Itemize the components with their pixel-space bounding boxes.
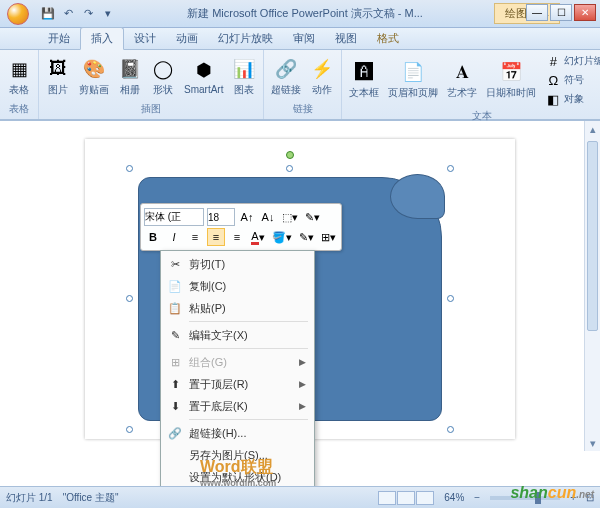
redo-icon[interactable]: ↷ — [80, 6, 96, 22]
grow-font-icon[interactable]: A↑ — [238, 208, 256, 226]
fill-color-icon[interactable]: 🪣▾ — [270, 228, 294, 246]
ribbon: ▦表格 表格 🖼图片 🎨剪贴画 📓相册 ◯形状 ⬢SmartArt 📊图表 插图… — [0, 50, 600, 120]
zoom-out-icon[interactable]: − — [474, 492, 480, 503]
chart-icon: 📊 — [232, 57, 256, 81]
cut-icon: ✂ — [167, 258, 183, 271]
tab-design[interactable]: 设计 — [124, 28, 166, 49]
menu-send-back[interactable]: ⬇置于底层(K)▶ — [163, 395, 312, 417]
resize-handle-e[interactable] — [447, 295, 454, 302]
menu-separator — [189, 419, 308, 420]
resize-handle-sw[interactable] — [126, 426, 133, 433]
slidenumber-button[interactable]: #幻灯片编号 — [542, 52, 600, 70]
shapes-icon: ◯ — [151, 57, 175, 81]
view-buttons — [378, 491, 434, 505]
font-family-select[interactable] — [144, 208, 204, 226]
scroll-down-icon[interactable]: ▾ — [585, 435, 600, 451]
picture-button[interactable]: 🖼图片 — [43, 55, 73, 99]
align-left-icon[interactable]: ≡ — [186, 228, 204, 246]
italic-icon[interactable]: I — [165, 228, 183, 246]
minimize-button[interactable]: — — [526, 4, 548, 21]
tab-format[interactable]: 格式 — [367, 28, 409, 49]
tab-review[interactable]: 审阅 — [283, 28, 325, 49]
font-size-select[interactable] — [207, 208, 235, 226]
rotate-handle[interactable] — [286, 151, 294, 159]
menu-group: ⊞组合(G)▶ — [163, 351, 312, 373]
tab-home[interactable]: 开始 — [38, 28, 80, 49]
scrollbar-thumb[interactable] — [587, 141, 598, 331]
submenu-arrow-icon: ▶ — [299, 379, 306, 389]
style-dropdown-icon[interactable]: ⬚▾ — [280, 208, 300, 226]
hyperlink-button[interactable]: 🔗超链接 — [268, 55, 304, 99]
font-color-icon[interactable]: A▾ — [249, 228, 267, 246]
resize-handle-se[interactable] — [447, 426, 454, 433]
tab-slideshow[interactable]: 幻灯片放映 — [208, 28, 283, 49]
datetime-icon: 📅 — [499, 60, 523, 84]
scroll-up-icon[interactable]: ▴ — [585, 121, 600, 137]
menu-cut[interactable]: ✂剪切(T) — [163, 253, 312, 275]
clipart-button[interactable]: 🎨剪贴画 — [76, 55, 112, 99]
group-tables: ▦表格 表格 — [0, 50, 39, 119]
wordart-icon: 𝐀 — [450, 60, 474, 84]
hyperlink-icon: 🔗 — [274, 57, 298, 81]
vertical-scrollbar[interactable]: ▴ ▾ — [584, 121, 600, 451]
edit-shape-dropdown-icon[interactable]: ✎▾ — [303, 208, 322, 226]
textbox-button[interactable]: 🅰文本框 — [346, 58, 382, 102]
resize-handle-n[interactable] — [286, 165, 293, 172]
headerfooter-button[interactable]: 📄页眉和页脚 — [385, 58, 441, 102]
resize-handle-ne[interactable] — [447, 165, 454, 172]
group-icon: ⊞ — [167, 356, 183, 369]
theme-indicator: "Office 主题" — [63, 491, 119, 505]
table-button[interactable]: ▦表格 — [4, 55, 34, 99]
arrange-icon[interactable]: ⊞▾ — [319, 228, 338, 246]
wordart-button[interactable]: 𝐀艺术字 — [444, 58, 480, 102]
title-bar: 💾 ↶ ↷ ▾ 新建 Microsoft Office PowerPoint 演… — [0, 0, 600, 28]
slideshow-view-button[interactable] — [416, 491, 434, 505]
submenu-arrow-icon: ▶ — [299, 357, 306, 367]
tab-view[interactable]: 视图 — [325, 28, 367, 49]
picture-icon: 🖼 — [46, 57, 70, 81]
zoom-level[interactable]: 64% — [444, 492, 464, 503]
album-button[interactable]: 📓相册 — [115, 55, 145, 99]
menu-bring-front[interactable]: ⬆置于顶层(R)▶ — [163, 373, 312, 395]
datetime-button[interactable]: 📅日期和时间 — [483, 58, 539, 102]
shrink-font-icon[interactable]: A↓ — [259, 208, 277, 226]
sorter-view-button[interactable] — [397, 491, 415, 505]
tab-animations[interactable]: 动画 — [166, 28, 208, 49]
action-button[interactable]: ⚡动作 — [307, 55, 337, 99]
menu-copy[interactable]: 📄复制(C) — [163, 275, 312, 297]
slide-indicator: 幻灯片 1/1 — [6, 491, 53, 505]
submenu-arrow-icon: ▶ — [299, 401, 306, 411]
maximize-button[interactable]: ☐ — [550, 4, 572, 21]
align-right-icon[interactable]: ≡ — [228, 228, 246, 246]
menu-hyperlink[interactable]: 🔗超链接(H)... — [163, 422, 312, 444]
object-button[interactable]: ◧对象 — [542, 90, 600, 108]
symbol-button[interactable]: Ω符号 — [542, 71, 600, 89]
clipart-icon: 🎨 — [82, 57, 106, 81]
menu-separator — [189, 348, 308, 349]
office-button[interactable] — [0, 0, 36, 28]
menu-paste[interactable]: 📋粘贴(P) — [163, 297, 312, 319]
scroll-curl-icon — [390, 174, 445, 219]
outline-color-icon[interactable]: ✎▾ — [297, 228, 316, 246]
normal-view-button[interactable] — [378, 491, 396, 505]
save-icon[interactable]: 💾 — [40, 6, 56, 22]
resize-handle-nw[interactable] — [126, 165, 133, 172]
chart-button[interactable]: 📊图表 — [229, 55, 259, 99]
smartart-button[interactable]: ⬢SmartArt — [181, 56, 226, 97]
symbol-icon: Ω — [545, 72, 561, 88]
paste-icon: 📋 — [167, 302, 183, 315]
mini-toolbar: A↑ A↓ ⬚▾ ✎▾ B I ≡ ≡ ≡ A▾ 🪣▾ ✎▾ ⊞▾ — [140, 203, 342, 251]
tab-insert[interactable]: 插入 — [80, 27, 124, 50]
undo-icon[interactable]: ↶ — [60, 6, 76, 22]
object-icon: ◧ — [545, 91, 561, 107]
align-center-icon[interactable]: ≡ — [207, 228, 225, 246]
group-links: 🔗超链接 ⚡动作 链接 — [264, 50, 342, 119]
qat-customize-icon[interactable]: ▾ — [100, 6, 116, 22]
shapes-button[interactable]: ◯形状 — [148, 55, 178, 99]
menu-edit-text[interactable]: ✎编辑文字(X) — [163, 324, 312, 346]
bold-icon[interactable]: B — [144, 228, 162, 246]
menu-separator — [189, 321, 308, 322]
close-button[interactable]: ✕ — [574, 4, 596, 21]
resize-handle-w[interactable] — [126, 295, 133, 302]
smartart-icon: ⬢ — [192, 58, 216, 82]
